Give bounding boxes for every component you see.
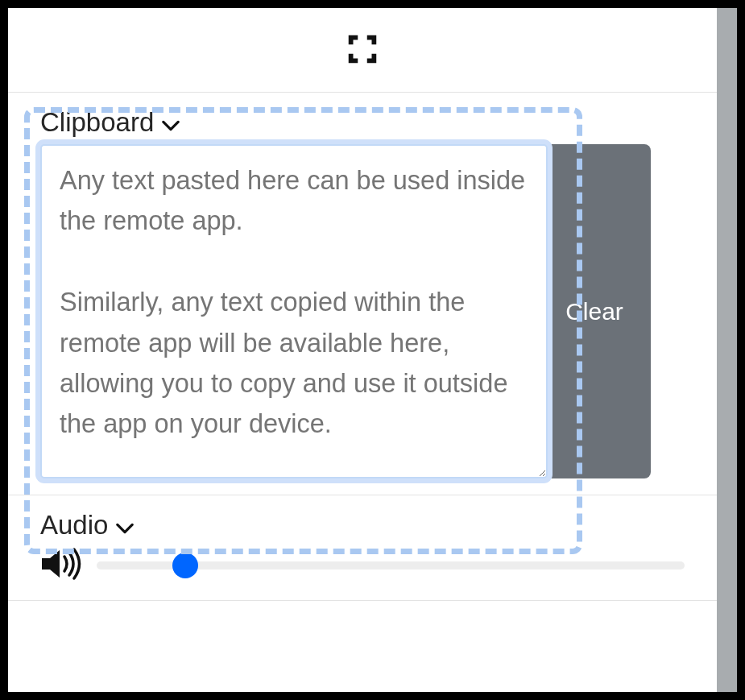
fullscreen-icon[interactable] bbox=[344, 31, 381, 68]
speaker-icon bbox=[40, 547, 82, 584]
slider-thumb[interactable] bbox=[172, 553, 198, 578]
audio-title: Audio bbox=[40, 510, 108, 541]
clear-button[interactable]: Clear bbox=[538, 144, 651, 478]
clipboard-textarea[interactable] bbox=[40, 144, 548, 478]
chevron-down-icon bbox=[116, 510, 134, 541]
audio-section: Audio bbox=[8, 495, 717, 601]
clipboard-title: Clipboard bbox=[40, 107, 154, 138]
clipboard-header[interactable]: Clipboard bbox=[40, 107, 685, 138]
chevron-down-icon bbox=[162, 107, 180, 138]
audio-header[interactable]: Audio bbox=[40, 510, 685, 541]
fullscreen-row bbox=[8, 8, 717, 93]
scrollbar[interactable] bbox=[717, 8, 737, 692]
volume-slider[interactable] bbox=[97, 553, 685, 578]
clipboard-section: Clipboard Clear bbox=[8, 93, 717, 495]
